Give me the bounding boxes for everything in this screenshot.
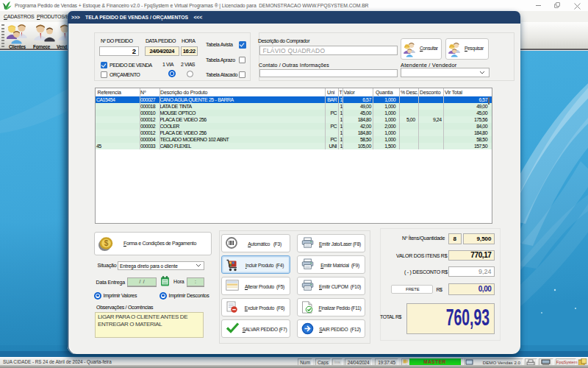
svg-text:$: $: [104, 239, 109, 247]
